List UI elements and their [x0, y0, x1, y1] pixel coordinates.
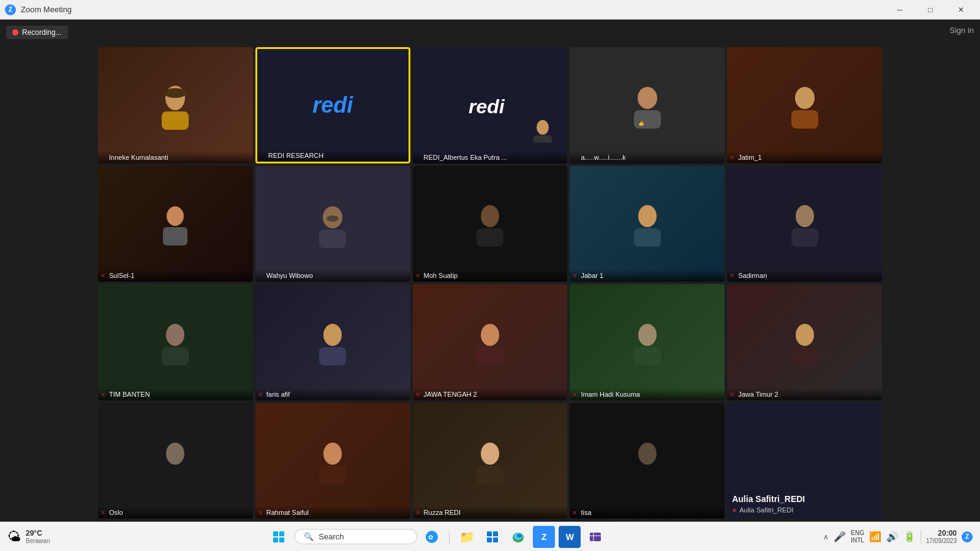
participant-cell-redi-research: redi REDI RESEARCH: [255, 47, 410, 163]
svg-point-15: [326, 216, 339, 222]
participant-name-jateng2: JAWA TENGAH 2: [413, 388, 568, 400]
video-row-4: ✕ Oslo ✕ Rahmat Saiful: [0, 403, 980, 519]
battery-icon[interactable]: 🔋: [903, 531, 916, 542]
svg-rect-27: [477, 347, 503, 365]
zoom-logo-icon: Z: [5, 4, 16, 15]
word-button[interactable]: W: [559, 526, 581, 548]
svg-point-32: [166, 443, 184, 465]
svg-rect-42: [273, 538, 278, 542]
participant-name-albertus: REDI_Albertus Eka Putra ...: [413, 151, 568, 163]
svg-point-2: [164, 88, 186, 98]
participant-cell-awik: 👍 a.....w.....i.......k: [570, 47, 725, 163]
svg-point-26: [481, 324, 499, 346]
zoom-notification-badge[interactable]: Z: [962, 531, 973, 542]
participant-name-imam: Imam Hadi Kusuma: [570, 388, 725, 400]
start-button[interactable]: [266, 525, 291, 549]
taskview-button[interactable]: [481, 526, 503, 548]
minimize-button[interactable]: ─: [886, 0, 914, 20]
svg-rect-14: [319, 230, 346, 248]
close-button[interactable]: ✕: [947, 0, 975, 20]
window-controls: ─ □ ✕: [886, 0, 975, 20]
title-bar-left: Z Zoom Meeting: [5, 4, 72, 15]
file-explorer-button[interactable]: 📁: [456, 526, 478, 548]
participant-name-tisa: tisa: [570, 506, 725, 519]
weather-temp: 29°C: [26, 529, 50, 538]
svg-point-30: [796, 324, 814, 346]
mic-icon[interactable]: 🎤: [834, 531, 846, 542]
svg-rect-47: [493, 531, 498, 536]
wifi-icon[interactable]: 📶: [869, 531, 881, 542]
edge-button[interactable]: [507, 526, 529, 548]
participant-cell-moh: ✕ Moh Suatip: [413, 166, 568, 282]
cortana-button[interactable]: ✿: [421, 526, 443, 548]
svg-rect-17: [477, 228, 503, 247]
svg-point-11: [167, 206, 184, 226]
svg-rect-39: [634, 466, 661, 484]
svg-point-22: [166, 324, 184, 346]
participant-name-jatim1: Jatim_1: [727, 151, 882, 163]
aulia-name: Aulia Safitri_REDI: [732, 494, 805, 504]
recording-dot-icon: [12, 29, 18, 36]
teams-button[interactable]: [584, 526, 606, 548]
svg-point-16: [481, 205, 499, 227]
participant-name-faris: faris afif: [255, 388, 410, 400]
svg-point-4: [537, 120, 549, 135]
svg-rect-23: [162, 347, 189, 365]
svg-rect-19: [634, 228, 661, 247]
svg-point-18: [638, 205, 657, 227]
recording-badge[interactable]: Recording...: [6, 26, 68, 39]
maximize-button[interactable]: □: [916, 0, 944, 20]
title-bar: Z Zoom Meeting ─ □ ✕: [0, 0, 980, 20]
aulia-sub: ✕ Aulia Safitri_REDI: [732, 506, 793, 514]
participant-name-oslo: Oslo: [98, 506, 253, 519]
participant-name-timbanten: TIM BANTEN: [98, 388, 253, 400]
participant-name-sadirman: Sadirman: [727, 269, 882, 282]
participant-cell-ruzza: ✕ Ruzza REDI: [413, 403, 568, 519]
participant-name-jawatimur2: Jawa Timur 2: [727, 388, 882, 400]
search-icon: 🔍: [304, 532, 314, 541]
svg-rect-10: [791, 110, 818, 129]
taskbar: 🌤 29°C Berawan 🔍 Search ✿: [0, 522, 980, 551]
taskbar-center: 🔍 Search ✿ 📁: [266, 525, 606, 549]
svg-rect-35: [319, 466, 346, 484]
participant-cell-sadirman: ✕ Sadirman: [727, 166, 882, 282]
svg-point-20: [796, 205, 814, 227]
participant-cell-albertus: redi REDI_Albertus Eka Putra ...: [413, 47, 568, 163]
sign-in-button[interactable]: Sign in: [949, 26, 974, 35]
clock[interactable]: 20:00 17/09/2023: [926, 529, 957, 544]
svg-rect-1: [162, 111, 189, 130]
video-row-1: Inneke Kumalasanti redi REDI RESEARCH: [0, 47, 980, 163]
participant-cell-timbanten: ✕ TIM BANTEN: [98, 284, 253, 400]
svg-rect-48: [487, 538, 492, 542]
volume-icon[interactable]: 🔊: [886, 531, 899, 542]
weather-info: 29°C Berawan: [26, 529, 50, 544]
video-grid-container: Inneke Kumalasanti redi REDI RESEARCH: [0, 20, 980, 522]
svg-rect-53: [590, 533, 601, 541]
svg-rect-41: [279, 531, 284, 536]
cortana-icon: ✿: [425, 530, 439, 544]
participant-cell-jateng2: ✕ JAWA TENGAH 2: [413, 284, 568, 400]
participant-cell-imam: ✕ Imam Hadi Kusuma: [570, 284, 725, 400]
svg-rect-43: [279, 538, 284, 542]
search-bar[interactable]: 🔍 Search: [295, 529, 417, 544]
taskbar-separator: [449, 530, 450, 544]
video-row-2: ✕ SulSel-1 Wahyu Wibowo: [0, 166, 980, 282]
participant-cell-aulia: Aulia Safitri_REDI ✕ Aulia Safitri_REDI: [727, 403, 882, 519]
window-title: Zoom Meeting: [21, 5, 72, 14]
participant-name-rahmat: Rahmat Saiful: [255, 506, 410, 519]
participant-cell-faris: ✕ faris afif: [255, 284, 410, 400]
participant-name-sulsel: SulSel-1: [98, 269, 253, 282]
svg-point-34: [323, 443, 342, 465]
edge-icon: [511, 530, 525, 544]
participant-cell-jawatimur2: ✕ Jawa Timur 2: [727, 284, 882, 400]
systray-divider: [921, 530, 921, 544]
participant-cell-rahmat: ✕ Rahmat Saiful: [255, 403, 410, 519]
search-label: Search: [318, 532, 344, 541]
recording-label: Recording...: [22, 28, 62, 37]
weather-icon: 🌤: [7, 529, 21, 545]
windows-icon: [273, 531, 284, 542]
systray-expand-button[interactable]: ∧: [823, 533, 829, 541]
participant-name-moh: Moh Suatip: [413, 269, 568, 282]
zoom-taskbar-button[interactable]: Z: [533, 526, 555, 548]
svg-rect-21: [791, 228, 818, 247]
